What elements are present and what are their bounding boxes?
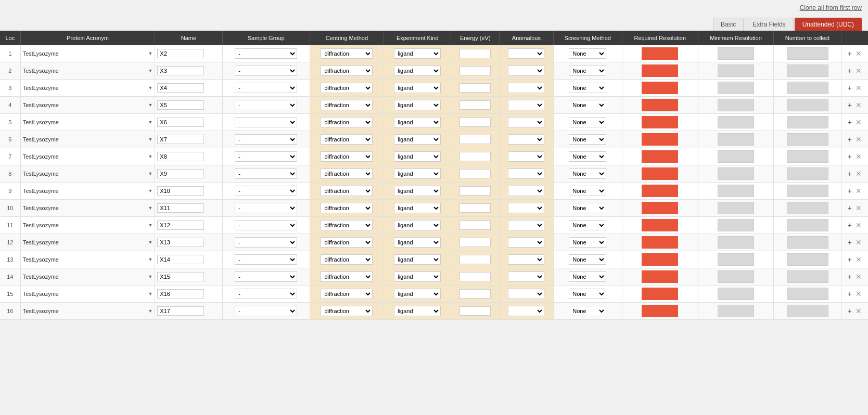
number-to-collect-input[interactable] — [787, 185, 828, 197]
centring-method-select[interactable]: diffraction — [321, 168, 373, 179]
remove-row-button[interactable]: ✕ — [854, 204, 863, 212]
anomalous-select[interactable] — [508, 220, 544, 230]
sample-group-select[interactable]: - — [235, 66, 297, 76]
required-resolution-input[interactable] — [642, 202, 678, 214]
sample-group-select[interactable]: - — [235, 48, 297, 59]
experiment-kind-select[interactable]: ligand — [394, 237, 441, 248]
sample-group-select[interactable]: - — [235, 254, 297, 265]
screening-method-select[interactable]: None — [569, 117, 606, 127]
minimum-resolution-input[interactable] — [718, 236, 754, 249]
number-to-collect-input[interactable] — [787, 64, 828, 77]
energy-input[interactable] — [459, 100, 491, 110]
remove-row-button[interactable]: ✕ — [854, 290, 863, 298]
screening-method-select[interactable]: None — [569, 66, 606, 76]
experiment-kind-select[interactable]: ligand — [394, 271, 441, 282]
energy-input[interactable] — [459, 306, 491, 316]
experiment-kind-select[interactable]: ligand — [394, 254, 441, 265]
energy-input[interactable] — [459, 169, 491, 178]
anomalous-select[interactable] — [508, 186, 544, 196]
add-row-button[interactable]: + — [847, 273, 853, 281]
centring-method-select[interactable]: diffraction — [321, 117, 373, 127]
tab-unattended[interactable]: Unattended (UDC) — [795, 18, 862, 31]
number-to-collect-input[interactable] — [787, 167, 828, 180]
remove-row-button[interactable]: ✕ — [854, 135, 863, 144]
remove-row-button[interactable]: ✕ — [854, 221, 863, 229]
experiment-kind-select[interactable]: ligand — [394, 220, 441, 230]
add-row-button[interactable]: + — [847, 221, 853, 229]
protein-dropdown-icon[interactable]: ▼ — [148, 257, 152, 262]
minimum-resolution-input[interactable] — [718, 202, 754, 214]
add-row-button[interactable]: + — [847, 49, 853, 58]
tab-basic[interactable]: Basic — [713, 18, 744, 31]
required-resolution-input[interactable] — [642, 167, 678, 180]
required-resolution-input[interactable] — [642, 64, 678, 77]
required-resolution-input[interactable] — [642, 270, 678, 283]
energy-input[interactable] — [459, 272, 491, 281]
experiment-kind-select[interactable]: ligand — [394, 289, 441, 299]
screening-method-select[interactable]: None — [569, 237, 606, 248]
energy-input[interactable] — [459, 203, 491, 213]
name-input[interactable] — [157, 100, 204, 110]
protein-dropdown-icon[interactable]: ▼ — [148, 137, 152, 142]
screening-method-select[interactable]: None — [569, 271, 606, 282]
name-input[interactable] — [157, 272, 204, 281]
screening-method-select[interactable]: None — [569, 83, 606, 93]
protein-dropdown-icon[interactable]: ▼ — [148, 223, 152, 228]
energy-input[interactable] — [459, 152, 491, 161]
remove-row-button[interactable]: ✕ — [854, 84, 863, 92]
sample-group-select[interactable]: - — [235, 203, 297, 213]
add-row-button[interactable]: + — [847, 238, 853, 247]
remove-row-button[interactable]: ✕ — [854, 170, 863, 178]
number-to-collect-input[interactable] — [787, 116, 828, 128]
remove-row-button[interactable]: ✕ — [854, 49, 863, 58]
add-row-button[interactable]: + — [847, 255, 853, 264]
name-input[interactable] — [157, 49, 204, 58]
add-row-button[interactable]: + — [847, 290, 853, 298]
number-to-collect-input[interactable] — [787, 219, 828, 231]
centring-method-select[interactable]: diffraction — [321, 100, 373, 110]
required-resolution-input[interactable] — [642, 288, 678, 300]
minimum-resolution-input[interactable] — [718, 270, 754, 283]
number-to-collect-input[interactable] — [787, 202, 828, 214]
centring-method-select[interactable]: diffraction — [321, 186, 373, 196]
protein-dropdown-icon[interactable]: ▼ — [148, 188, 152, 193]
clone-from-row-button[interactable]: Clone all from first row — [800, 4, 862, 11]
experiment-kind-select[interactable]: ligand — [394, 134, 441, 145]
number-to-collect-input[interactable] — [787, 270, 828, 283]
name-input[interactable] — [157, 221, 204, 230]
experiment-kind-select[interactable]: ligand — [394, 306, 441, 316]
energy-input[interactable] — [459, 221, 491, 230]
remove-row-button[interactable]: ✕ — [854, 152, 863, 161]
protein-dropdown-icon[interactable]: ▼ — [148, 291, 152, 296]
add-row-button[interactable]: + — [847, 67, 853, 75]
experiment-kind-select[interactable]: ligand — [394, 168, 441, 179]
name-input[interactable] — [157, 118, 204, 127]
minimum-resolution-input[interactable] — [718, 288, 754, 300]
name-input[interactable] — [157, 186, 204, 196]
sample-group-select[interactable]: - — [235, 134, 297, 145]
required-resolution-input[interactable] — [642, 99, 678, 111]
screening-method-select[interactable]: None — [569, 134, 606, 145]
sample-group-select[interactable]: - — [235, 168, 297, 179]
protein-dropdown-icon[interactable]: ▼ — [148, 85, 152, 90]
remove-row-button[interactable]: ✕ — [854, 273, 863, 281]
screening-method-select[interactable]: None — [569, 306, 606, 316]
screening-method-select[interactable]: None — [569, 289, 606, 299]
name-input[interactable] — [157, 203, 204, 213]
minimum-resolution-input[interactable] — [718, 64, 754, 77]
remove-row-button[interactable]: ✕ — [854, 101, 863, 109]
name-input[interactable] — [157, 306, 204, 316]
experiment-kind-select[interactable]: ligand — [394, 66, 441, 76]
name-input[interactable] — [157, 255, 204, 264]
protein-dropdown-icon[interactable]: ▼ — [148, 274, 152, 279]
add-row-button[interactable]: + — [847, 135, 853, 144]
required-resolution-input[interactable] — [642, 82, 678, 94]
protein-dropdown-icon[interactable]: ▼ — [148, 240, 152, 245]
energy-input[interactable] — [459, 255, 491, 264]
required-resolution-input[interactable] — [642, 185, 678, 197]
sample-group-select[interactable]: - — [235, 306, 297, 316]
remove-row-button[interactable]: ✕ — [854, 118, 863, 126]
anomalous-select[interactable] — [508, 83, 544, 93]
centring-method-select[interactable]: diffraction — [321, 220, 373, 230]
screening-method-select[interactable]: None — [569, 203, 606, 213]
